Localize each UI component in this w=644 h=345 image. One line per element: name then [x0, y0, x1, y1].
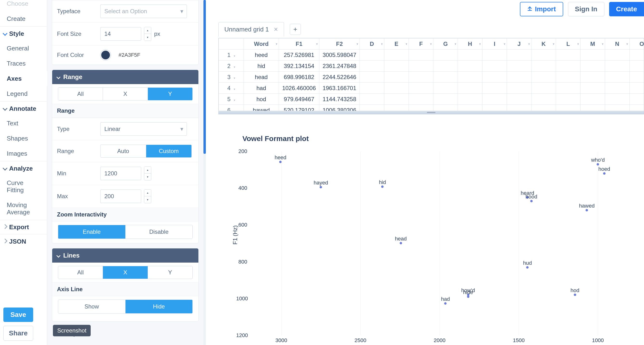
grid-cell[interactable]: 520.179102 — [279, 105, 319, 111]
grid-cell[interactable] — [507, 83, 532, 94]
nav-item-traces[interactable]: Traces — [0, 56, 47, 71]
data-point[interactable] — [603, 172, 606, 175]
max-input[interactable]: 200 — [100, 190, 141, 203]
grid-cell[interactable] — [384, 72, 409, 83]
range-mode-custom[interactable]: Custom — [146, 145, 192, 157]
grid-cell[interactable] — [433, 105, 458, 111]
grid-col-header[interactable]: N▾ — [605, 38, 630, 49]
nav-section-analyze[interactable]: Analyze — [0, 161, 47, 176]
dropdown-icon[interactable]: ▾ — [553, 42, 554, 46]
grid-cell[interactable] — [433, 94, 458, 105]
grid-cell[interactable] — [433, 60, 458, 72]
grid-cell[interactable] — [384, 105, 409, 111]
dropdown-icon[interactable]: ▾ — [578, 42, 579, 46]
nav-item-legend[interactable]: Legend — [0, 86, 47, 101]
data-point[interactable] — [526, 266, 528, 269]
grid-cell[interactable] — [556, 49, 580, 60]
grid-cell[interactable]: 257.526981 — [279, 49, 319, 60]
grid-cell[interactable]: had — [244, 83, 279, 94]
grid-cell[interactable] — [580, 49, 605, 60]
grid-cell[interactable] — [482, 60, 507, 72]
grid-cell[interactable] — [384, 60, 409, 72]
max-down[interactable]: ▼ — [144, 196, 151, 203]
axis-type-select[interactable]: Linear ▾ — [100, 122, 187, 136]
grid-cell[interactable]: head — [244, 72, 279, 83]
share-button[interactable]: Share — [3, 326, 33, 341]
grid-cell[interactable] — [409, 72, 433, 83]
grid-col-header[interactable]: H▾ — [458, 38, 482, 49]
grid-cell[interactable]: 1026.460006 — [279, 83, 319, 94]
grid-col-header[interactable]: O▾ — [630, 38, 644, 49]
grid-cell[interactable] — [556, 94, 580, 105]
grid-cell[interactable]: 979.649467 — [279, 94, 319, 105]
grid-cell[interactable]: hid — [244, 60, 279, 72]
grid-cell[interactable] — [532, 60, 556, 72]
grid-cell[interactable] — [532, 83, 556, 94]
axis-line-show[interactable]: Show — [58, 300, 126, 313]
grid-cell[interactable] — [630, 72, 644, 83]
grid-col-header[interactable]: I▾ — [482, 38, 507, 49]
grid-col-header[interactable]: L▾ — [556, 38, 580, 49]
grid-row-header[interactable]: 5 ▾ — [219, 94, 244, 105]
dropdown-icon[interactable]: ▾ — [602, 42, 603, 46]
grid-cell[interactable] — [556, 83, 580, 94]
grid-cell[interactable]: 698.996182 — [279, 72, 319, 83]
grid-row-header[interactable]: 6 ▾ — [219, 105, 244, 111]
plot-region[interactable]: 2004006008001000120030002500200015001000… — [250, 151, 630, 336]
axis-line-hide[interactable]: Hide — [126, 300, 192, 313]
grid-cell[interactable] — [532, 94, 556, 105]
grid-cell[interactable] — [433, 83, 458, 94]
grid-col-header[interactable]: J▾ — [507, 38, 532, 49]
data-point[interactable] — [381, 185, 384, 188]
grid-cell[interactable] — [507, 94, 532, 105]
grid-cell[interactable] — [532, 49, 556, 60]
grid-cell[interactable] — [532, 72, 556, 83]
dropdown-icon[interactable]: ▾ — [316, 42, 318, 46]
grid-cell[interactable] — [360, 83, 384, 94]
range-tab-y[interactable]: Y — [148, 88, 192, 100]
max-up[interactable]: ▲ — [144, 190, 151, 196]
grid-row-header[interactable]: 2 ▾ — [219, 60, 244, 72]
grid-cell[interactable] — [482, 72, 507, 83]
data-point[interactable] — [530, 200, 533, 202]
nav-item-axes[interactable]: Axes — [0, 71, 47, 86]
grid-cell[interactable] — [507, 72, 532, 83]
grid-col-header[interactable]: D▾ — [360, 38, 384, 49]
grid-cell[interactable] — [409, 105, 433, 111]
grid-cell[interactable] — [384, 49, 409, 60]
lines-tab-x[interactable]: X — [103, 266, 148, 279]
grid-cell[interactable]: 3005.598047 — [319, 49, 360, 60]
data-point[interactable] — [586, 209, 588, 211]
grid-cell[interactable] — [556, 60, 580, 72]
grid-cell[interactable]: 2361.247848 — [319, 60, 360, 72]
grid-cell[interactable]: 1963.166701 — [319, 83, 360, 94]
lines-tab-y[interactable]: Y — [148, 266, 192, 279]
min-up[interactable]: ▲ — [144, 167, 151, 173]
range-mode-auto[interactable]: Auto — [100, 145, 146, 157]
dropdown-icon[interactable]: ▾ — [626, 42, 628, 46]
nav-item-create[interactable]: Create — [0, 11, 47, 26]
grid-cell[interactable] — [384, 94, 409, 105]
grid-col-header[interactable]: F1▾ — [279, 38, 319, 49]
grid-row-header[interactable]: 3 ▾ — [219, 72, 244, 83]
data-point[interactable] — [467, 296, 470, 298]
min-down[interactable]: ▼ — [144, 173, 151, 180]
grid-cell[interactable] — [360, 49, 384, 60]
grid-cell[interactable] — [458, 83, 482, 94]
grid-cell[interactable] — [630, 94, 644, 105]
grid-row-header[interactable]: 4 ▾ — [219, 83, 244, 94]
grid-cell[interactable] — [580, 60, 605, 72]
grid-cell[interactable] — [458, 49, 482, 60]
grid-cell[interactable] — [605, 83, 630, 94]
dropdown-icon[interactable]: ▾ — [381, 42, 382, 46]
grid-cell[interactable]: 2244.522646 — [319, 72, 360, 83]
grid-col-header[interactable]: F▾ — [409, 38, 433, 49]
grid-col-header[interactable]: F2▾ — [319, 38, 360, 49]
dropdown-icon[interactable]: ▾ — [357, 42, 358, 46]
fontcolor-swatch[interactable] — [100, 50, 111, 60]
grid-cell[interactable] — [482, 94, 507, 105]
grid-col-header[interactable]: M▾ — [580, 38, 605, 49]
grid-tab[interactable]: Unnamed grid 1 ✕ — [218, 22, 284, 36]
grid-row-header[interactable]: 1 ▾ — [219, 49, 244, 60]
grid-resize-handle[interactable] — [218, 111, 644, 114]
